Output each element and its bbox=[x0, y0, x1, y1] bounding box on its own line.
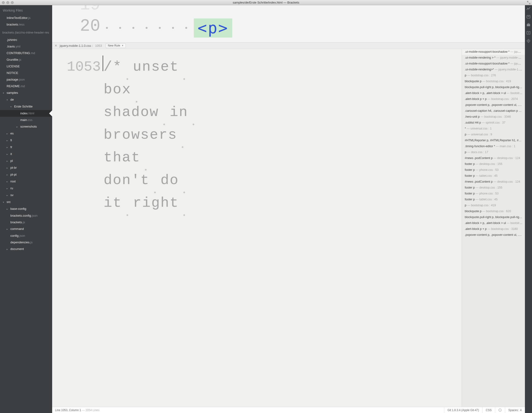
file-tree-item[interactable]: ▾samples bbox=[0, 89, 52, 96]
file-tree-item[interactable]: package.json bbox=[0, 76, 52, 83]
file-tree-item[interactable]: NOTICE bbox=[0, 70, 52, 76]
diamond-icon[interactable] bbox=[526, 39, 531, 43]
css-rule-item[interactable]: .alert-block p + p — bootstrap.css : 318… bbox=[462, 226, 525, 232]
lint-status[interactable] bbox=[495, 407, 505, 413]
file-tree-item[interactable]: ▸fi bbox=[0, 137, 52, 144]
css-rule-item[interactable]: footer p — phone.css : 53 bbox=[462, 167, 525, 173]
file-tree-item[interactable]: .travis.yml bbox=[0, 43, 52, 50]
file-tree-item[interactable]: ▾de bbox=[0, 96, 52, 103]
working-file-item[interactable]: InlineTextEditor.js bbox=[0, 15, 52, 21]
css-rule-item[interactable]: p — docs.css : 17 bbox=[462, 149, 525, 155]
file-tree-item[interactable]: CONTRIBUTING.md bbox=[0, 50, 52, 57]
file-tree-item[interactable]: brackets.js bbox=[0, 219, 52, 226]
git-status[interactable]: Git 1.8.3.4 (Apple Git-47) bbox=[444, 407, 482, 413]
fullscreen-icon[interactable] bbox=[527, 1, 531, 4]
css-rule-item[interactable]: .alert-block p + p — bootstrap.css : 207… bbox=[462, 96, 525, 102]
css-rule-item[interactable]: p — universal.css : 9 bbox=[462, 132, 525, 138]
file-tree-item[interactable]: brackets.config.json bbox=[0, 212, 52, 219]
text-cursor bbox=[103, 56, 103, 71]
css-rule-item[interactable]: .popover-content p, .popover-content ul,… bbox=[462, 232, 525, 238]
spaces-value: 4 bbox=[520, 409, 522, 412]
file-tree-item[interactable]: ▸command bbox=[0, 226, 52, 233]
file-tree-item[interactable]: ▾Erste Schritte bbox=[0, 103, 52, 110]
minimize-window-icon[interactable] bbox=[6, 1, 9, 4]
file-tree-item[interactable]: .jshintrc bbox=[0, 37, 52, 43]
css-rule-item[interactable]: blockquote.pull-right p, blockquote.pull… bbox=[462, 84, 525, 90]
code-line[interactable]: browsers bbox=[104, 124, 199, 146]
inline-filename[interactable]: jquery.mobile-1.1.0.css : bbox=[60, 44, 93, 48]
file-tree-item[interactable]: ▸root bbox=[0, 178, 52, 185]
indent-settings[interactable]: Spaces: 4 bbox=[505, 407, 525, 413]
css-rule-item[interactable]: .sublist H4 p — sprint4.css : 37 bbox=[462, 120, 525, 126]
css-rule-item[interactable]: footer p — tablet.css : 45 bbox=[462, 197, 525, 203]
css-rule-item[interactable]: .ui-mobile-rendering > * — jquery.mobile… bbox=[462, 55, 525, 61]
file-tree-item[interactable]: ▸pt-pt bbox=[0, 171, 52, 178]
main-editor-viewport[interactable]: 19 20 <p> bbox=[52, 5, 525, 42]
file-tree-item[interactable]: ▸it bbox=[0, 151, 52, 157]
language-mode[interactable]: CSS bbox=[482, 407, 495, 413]
css-rule-item[interactable]: * — universal.css : 1 bbox=[462, 126, 525, 132]
css-rule-item[interactable]: blockquote p — bootstrap.css : 620 bbox=[462, 208, 525, 214]
code-line[interactable]: shadowin bbox=[104, 101, 199, 124]
code-line[interactable]: that bbox=[104, 146, 199, 169]
css-rule-item[interactable]: .carousel-caption h4, .carousel-caption … bbox=[462, 108, 525, 114]
file-tree-item[interactable]: ▾src bbox=[0, 199, 52, 206]
css-rule-item[interactable]: #HTMLReporter p, #HTMLReporter h1, #HTM… bbox=[462, 138, 525, 143]
whitespace-dots bbox=[106, 27, 200, 29]
css-rule-item[interactable]: .ui-mobile-nosupport-boxshadow * — jque… bbox=[462, 49, 525, 55]
css-rule-item[interactable]: p — bootstrap.css : 276 bbox=[462, 73, 525, 79]
working-file-item[interactable]: brackets.less bbox=[0, 21, 52, 28]
cursor-position-text: Line 1053, Column 1 bbox=[55, 409, 81, 412]
code-line[interactable]: /*unset bbox=[104, 56, 199, 78]
extension-icon[interactable] bbox=[526, 15, 531, 19]
file-tree-item[interactable]: ▸document bbox=[0, 246, 52, 253]
css-rule-item[interactable]: footer p — tablet.css : 45 bbox=[462, 173, 525, 179]
css-rule-item[interactable]: .ui-mobile-rendering>* — jquery.mobile-1… bbox=[462, 67, 525, 73]
css-rule-item[interactable]: #news .podContent p — desktop.css : 124 bbox=[462, 179, 525, 185]
file-tree-item[interactable]: ▸screenshots bbox=[0, 123, 52, 130]
file-tree-item[interactable]: ▸ru bbox=[0, 185, 52, 192]
file-tree-item[interactable]: ▸pl bbox=[0, 157, 52, 164]
css-rule-item[interactable]: .alert-block > p, .alert-block > ul — bo… bbox=[462, 220, 525, 226]
briefcase-icon[interactable] bbox=[526, 23, 531, 27]
file-tree-item[interactable]: Gruntfile.js bbox=[0, 57, 52, 63]
css-rule-item[interactable]: .hero-unit p — bootstrap.css : 3346 bbox=[462, 114, 525, 120]
inline-line-gutter: 1053 bbox=[52, 49, 104, 407]
css-rule-item[interactable]: #news .podContent p — desktop.css : 124 bbox=[462, 155, 525, 161]
css-rule-item[interactable]: .ui-mobile-nosupport-boxshadow * — jque… bbox=[462, 61, 525, 67]
file-tree-item[interactable]: LICENSE bbox=[0, 63, 52, 70]
file-tree-item[interactable]: config.json bbox=[0, 233, 52, 239]
file-tree-item[interactable]: ▸es bbox=[0, 130, 52, 137]
chevron-down-icon: ▼ bbox=[122, 44, 124, 47]
close-window-icon[interactable] bbox=[2, 1, 5, 4]
file-tree-item[interactable]: dependencies.js bbox=[0, 239, 52, 246]
css-rule-item[interactable]: p — bootstrap.css : 419 bbox=[462, 203, 525, 208]
file-tree-item[interactable]: ▸base-config bbox=[0, 206, 52, 212]
file-tree-item[interactable]: README.md bbox=[0, 83, 52, 89]
inline-editor-code[interactable]: 1053 /*unsetboxshadowinbrowsersthatdon't… bbox=[52, 49, 462, 407]
project-branch-label[interactable]: brackets (larz/no-inline-header-res bbox=[0, 28, 52, 37]
css-rule-item[interactable]: .timing-function-editor * — main.css : 1 bbox=[462, 143, 525, 149]
css-rule-item[interactable]: blockquote p — bootstrap.css : 419 bbox=[462, 79, 525, 84]
css-rule-item[interactable]: .popover-content p, .popover-content ul,… bbox=[462, 102, 525, 108]
code-line[interactable]: don'tdo bbox=[104, 169, 199, 192]
file-tree-item[interactable]: ▸sv bbox=[0, 192, 52, 199]
code-line[interactable]: box bbox=[104, 78, 199, 101]
code-line[interactable]: itright bbox=[104, 192, 199, 214]
file-tree-item[interactable]: main.css bbox=[0, 117, 52, 123]
zoom-window-icon[interactable] bbox=[11, 1, 14, 4]
file-tree-item[interactable]: ▸pt-br bbox=[0, 164, 52, 171]
css-rule-item[interactable]: footer p — desktop.css : 155 bbox=[462, 161, 525, 167]
file-tree-item[interactable]: index.html bbox=[0, 110, 52, 117]
css-rule-item[interactable]: footer p — phone.css : 53 bbox=[462, 191, 525, 197]
css-rule-item[interactable]: .alert-block > p, .alert-block > ul — bo… bbox=[462, 90, 525, 96]
file-tree-item[interactable]: ▸fr bbox=[0, 144, 52, 151]
new-rule-button[interactable]: New Rule ▼ bbox=[106, 43, 126, 48]
css-rule-item[interactable]: blockquote.pull-right p, blockquote.pull… bbox=[462, 214, 525, 220]
close-icon[interactable]: ✕ bbox=[55, 44, 57, 48]
panel-icon[interactable] bbox=[526, 31, 531, 35]
css-rule-item[interactable]: footer p — desktop.css : 155 bbox=[462, 185, 525, 191]
cursor-position[interactable]: Line 1053, Column 1 — 2054 Lines bbox=[52, 409, 99, 412]
highlighted-tag[interactable]: <p> bbox=[194, 19, 232, 38]
live-preview-icon[interactable] bbox=[526, 7, 531, 11]
